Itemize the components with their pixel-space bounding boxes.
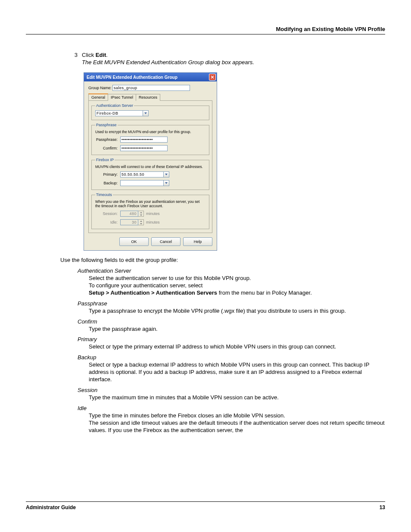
term-backup: Backup — [78, 354, 385, 361]
idle-line2: The session and idle timeout values are … — [89, 420, 385, 434]
term-passphrase: Passphrase — [78, 300, 385, 307]
titlebar[interactable]: Edit MUVPN Extended Authentication Group — [84, 73, 217, 81]
body-session: Type the maximum time in minutes that a … — [89, 394, 385, 401]
confirm-label: Confirm: — [95, 146, 120, 150]
group-name-input[interactable]: sales_group — [112, 85, 190, 91]
group-firebox-ip: Firebox IP MUVPN clients will connect to… — [91, 158, 209, 190]
auth-line3-bold: Setup > Authentication > Authentication … — [89, 289, 217, 296]
idle-spinner: 30 — [120, 219, 144, 225]
term-session: Session — [78, 387, 385, 393]
intro-text: Use the following fields to edit the gro… — [60, 257, 385, 263]
dialog-button-row: OK Cancel Help — [88, 237, 212, 246]
session-unit: minutes — [146, 212, 160, 216]
tab-resources[interactable]: Resources — [136, 94, 160, 101]
spinner-buttons — [138, 211, 144, 217]
primary-label: Primary: — [95, 172, 120, 177]
dialog: Edit MUVPN Extended Authentication Group… — [84, 72, 217, 251]
cancel-button[interactable]: Cancel — [151, 237, 181, 246]
backup-input[interactable] — [120, 180, 163, 186]
help-button[interactable]: Help — [183, 237, 212, 246]
step-suffix: . — [106, 52, 108, 58]
step-text: Click Edit. — [82, 52, 385, 58]
tab-panel-general: Authentication Server Firebox-DB Passphr… — [88, 101, 212, 233]
definition-list: Authentication Server Select the authent… — [78, 268, 385, 434]
idle-unit: minutes — [146, 220, 160, 224]
auth-line2: To configure your authentication server,… — [89, 282, 385, 289]
group-timeouts: Timeouts When you use the Firebox as you… — [91, 193, 209, 229]
step-bold: Edit — [96, 52, 106, 58]
chevron-down-icon[interactable] — [163, 171, 169, 177]
tab-general[interactable]: General — [88, 93, 108, 100]
body-primary: Select or type the primary external IP a… — [89, 343, 385, 351]
primary-input[interactable]: 50.50.50.50 — [120, 171, 163, 177]
body-idle: Type the time in minutes before the Fire… — [89, 412, 385, 434]
close-icon[interactable] — [209, 74, 216, 81]
body-passphrase: Type a passphrase to encrypt the Mobile … — [89, 308, 385, 315]
ok-button[interactable]: OK — [119, 237, 149, 246]
backup-label: Backup: — [95, 181, 120, 185]
passphrase-input[interactable]: •••••••••••••••••••• — [120, 137, 168, 143]
backup-combo[interactable] — [120, 180, 169, 186]
group-auth-server: Authentication Server Firebox-DB — [91, 103, 209, 120]
term-confirm: Confirm — [78, 318, 385, 325]
step-block: 3 Click Edit. The Edit MUVPN Extended Au… — [69, 52, 385, 65]
auth-server-value[interactable]: Firebox-DB — [95, 110, 143, 116]
body-auth-server: Select the authentication server to use … — [89, 275, 385, 297]
chevron-down-icon — [138, 222, 143, 225]
legend-auth-server: Authentication Server — [95, 103, 134, 108]
body-confirm: Type the passphrase again. — [89, 326, 385, 333]
chevron-down-icon — [138, 214, 143, 216]
chevron-down-icon[interactable] — [163, 180, 169, 186]
step-prefix: Click — [82, 52, 96, 58]
dialog-wrap: Edit MUVPN Extended Authentication Group… — [84, 72, 385, 251]
legend-firebox-ip: Firebox IP — [95, 158, 115, 162]
tab-strip: General IPsec Tunnel Resources — [88, 93, 212, 101]
page-footer: Administrator Guide 13 — [26, 501, 385, 510]
term-idle: Idle — [78, 405, 385, 411]
chevron-down-icon[interactable] — [143, 110, 149, 116]
idle-line1: Type the time in minutes before the Fire… — [89, 412, 385, 420]
auth-server-combo[interactable]: Firebox-DB — [95, 110, 149, 116]
legend-timeouts: Timeouts — [95, 193, 113, 197]
header-rule — [26, 34, 385, 34]
legend-passphrase: Passphrase — [95, 123, 118, 127]
step-caption: The Edit MUVPN Extended Authentication G… — [82, 59, 385, 65]
idle-value: 30 — [120, 219, 138, 225]
auth-line1: Select the authentication server to use … — [89, 275, 385, 282]
tab-ipsec-tunnel[interactable]: IPsec Tunnel — [108, 94, 136, 101]
passphrase-hint: Used to encrypt the MUVPN end-user profi… — [95, 130, 206, 134]
group-passphrase: Passphrase Used to encrypt the MUVPN end… — [91, 123, 209, 155]
term-primary: Primary — [78, 336, 385, 342]
session-label: Session: — [95, 212, 120, 216]
group-name-label: Group Name: — [88, 86, 112, 90]
dialog-title: Edit MUVPN Extended Authentication Group — [87, 75, 177, 80]
spinner-buttons — [138, 219, 144, 225]
idle-label: Idle: — [95, 220, 120, 224]
session-value: 480 — [120, 211, 138, 217]
term-auth-server: Authentication Server — [78, 268, 385, 274]
session-spinner: 480 — [120, 211, 144, 217]
timeouts-hint: When you use the Firebox as your authent… — [95, 199, 206, 208]
footer-page-number: 13 — [380, 504, 385, 510]
firebox-ip-hint: MUVPN clients will connect to one of the… — [95, 165, 206, 169]
footer-rule — [26, 501, 385, 502]
section-header: Modifying an Existing Mobile VPN Profile — [26, 26, 385, 32]
footer-guide: Administrator Guide — [26, 504, 76, 510]
step-number: 3 — [69, 52, 78, 58]
confirm-input[interactable]: •••••••••••••••••••• — [120, 145, 168, 151]
body-backup: Select or type a backup external IP addr… — [89, 361, 385, 383]
passphrase-label: Passphrase: — [95, 137, 120, 142]
auth-line3-tail: from the menu bar in Policy Manager. — [217, 289, 312, 296]
primary-combo[interactable]: 50.50.50.50 — [120, 171, 169, 177]
